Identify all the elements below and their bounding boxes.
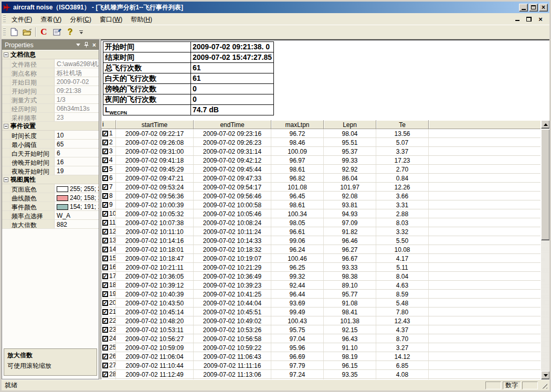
row-checkbox[interactable]: ✓ <box>102 202 108 208</box>
row-checkbox[interactable]: ✓ <box>102 300 108 306</box>
property-group-header[interactable]: 视图属性 <box>2 175 99 184</box>
row-checkbox[interactable]: ✓ <box>102 229 108 235</box>
property-value[interactable]: 10 <box>55 131 99 139</box>
mdi-restore-button[interactable] <box>525 16 533 23</box>
row-checkbox[interactable]: ✓ <box>102 256 108 261</box>
row-checkbox[interactable]: ✓ <box>102 211 108 217</box>
event-row[interactable]: ✓172009-07-02 10:36:052009-07-02 10:36:4… <box>101 272 541 281</box>
resize-grip-icon[interactable] <box>541 382 547 389</box>
row-checkbox[interactable]: ✓ <box>102 140 108 145</box>
event-row[interactable]: ✓142009-07-02 10:18:012009-07-02 10:18:3… <box>101 245 541 254</box>
property-value[interactable]: 19 <box>55 166 99 175</box>
row-checkbox[interactable]: ✓ <box>102 157 108 163</box>
property-group-header[interactable]: 事件设置 <box>2 122 99 131</box>
property-value[interactable]: 255; 255; 25 <box>55 184 99 193</box>
property-value[interactable]: 09:21:38 <box>55 86 99 94</box>
column-header-endTime[interactable]: endTime <box>194 120 271 129</box>
event-row[interactable]: ✓282009-07-02 11:12:492009-07-02 11:13:0… <box>101 370 541 379</box>
property-value[interactable]: 2009-07-02 <box>55 77 99 86</box>
new-document-button[interactable] <box>8 26 20 38</box>
row-checkbox[interactable]: ✓ <box>102 372 108 377</box>
help-button[interactable]: ? <box>64 26 76 38</box>
event-row[interactable]: ✓202009-07-02 10:43:502009-07-02 10:44:0… <box>101 299 541 308</box>
column-header-maxLtpn[interactable]: maxLtpn <box>271 120 324 129</box>
event-row[interactable]: ✓192009-07-02 10:40:392009-07-02 10:41:2… <box>101 290 541 299</box>
row-checkbox[interactable]: ✓ <box>102 327 108 333</box>
event-row[interactable]: ✓122009-07-02 10:11:102009-07-02 10:11:2… <box>101 227 541 236</box>
property-value[interactable]: 882 <box>55 220 99 228</box>
panel-menu-icon[interactable] <box>76 44 80 46</box>
event-row[interactable]: ✓22009-07-02 09:26:082009-07-02 09:26:23… <box>101 138 541 147</box>
event-row[interactable]: ✓42009-07-02 09:41:182009-07-02 09:42:12… <box>101 156 541 165</box>
c-weighting-button[interactable]: C <box>38 26 50 38</box>
event-row[interactable]: ✓212009-07-02 10:45:142009-07-02 10:45:5… <box>101 308 541 316</box>
event-row[interactable]: ✓92009-07-02 10:00:392009-07-02 10:00:58… <box>101 200 541 209</box>
row-checkbox[interactable]: ✓ <box>102 264 108 270</box>
mdi-minimize-button[interactable] <box>514 16 521 23</box>
row-checkbox[interactable]: ✓ <box>102 336 108 342</box>
scrollbar-track[interactable] <box>541 129 549 371</box>
property-group-header[interactable]: 文档信息 <box>2 50 99 59</box>
mdi-close-button[interactable]: × <box>537 16 544 23</box>
row-checkbox[interactable]: ✓ <box>102 354 108 359</box>
menu-item-f[interactable]: 文件(F) <box>7 14 36 25</box>
event-row[interactable]: ✓242009-07-02 10:56:272009-07-02 10:56:5… <box>101 334 541 343</box>
row-checkbox[interactable]: ✓ <box>102 149 108 154</box>
row-checkbox[interactable]: ✓ <box>102 247 108 252</box>
row-checkbox[interactable]: ✓ <box>102 282 108 288</box>
event-row[interactable]: ✓112009-07-02 10:07:382009-07-02 10:08:2… <box>101 218 541 227</box>
toolbar-options-button[interactable] <box>78 27 84 37</box>
property-value[interactable]: 6 <box>55 149 99 157</box>
menu-item-c[interactable]: 分析(C) <box>66 14 96 25</box>
collapse-icon[interactable] <box>4 52 8 57</box>
event-row[interactable]: ✓262009-07-02 11:06:042009-07-02 11:06:4… <box>101 352 541 361</box>
row-checkbox[interactable]: ✓ <box>102 166 108 172</box>
open-file-button[interactable] <box>21 26 33 38</box>
scroll-up-button[interactable] <box>541 120 549 129</box>
property-value[interactable]: 154; 191; 18 <box>55 202 99 210</box>
row-checkbox[interactable]: ✓ <box>102 220 108 226</box>
property-value[interactable]: W_A <box>55 211 99 219</box>
collapse-icon[interactable] <box>4 124 8 129</box>
property-value[interactable]: 16 <box>55 157 99 166</box>
row-checkbox[interactable]: ✓ <box>102 175 108 181</box>
property-value[interactable]: 栎社机场 <box>55 68 99 77</box>
column-header-i[interactable]: i <box>101 120 116 129</box>
row-checkbox[interactable]: ✓ <box>102 345 108 351</box>
menubar-grip[interactable] <box>3 15 6 23</box>
scroll-down-button[interactable] <box>541 371 549 379</box>
menu-item-v[interactable]: 查看(V) <box>36 14 66 25</box>
property-value[interactable]: 1/3 <box>55 95 99 103</box>
property-value[interactable]: 240; 158; 15 <box>55 193 99 202</box>
row-checkbox[interactable]: ✓ <box>102 291 108 297</box>
vertical-scrollbar[interactable] <box>541 120 549 379</box>
column-header-startTime[interactable]: startTime <box>116 120 194 129</box>
event-row[interactable]: ✓52009-07-02 09:45:292009-07-02 09:45:44… <box>101 165 541 174</box>
event-row[interactable]: ✓12009-07-02 09:22:172009-07-02 09:23:16… <box>101 129 541 138</box>
property-value[interactable]: 23 <box>55 113 99 121</box>
row-checkbox[interactable]: ✓ <box>102 273 108 279</box>
event-row[interactable]: ✓82009-07-02 09:56:362009-07-02 09:56:46… <box>101 192 541 200</box>
property-value[interactable]: 06h34m13s <box>55 104 99 112</box>
row-checkbox[interactable]: ✓ <box>102 131 108 136</box>
event-row[interactable]: ✓32009-07-02 09:31:002009-07-02 09:31:14… <box>101 147 541 156</box>
property-value[interactable]: 65 <box>55 140 99 148</box>
property-value[interactable]: C:\awa6298\机场 <box>55 59 99 68</box>
row-checkbox[interactable]: ✓ <box>102 318 108 324</box>
maximize-button[interactable] <box>529 4 538 12</box>
event-row[interactable]: ✓102009-07-02 10:05:322009-07-02 10:05:4… <box>101 209 541 218</box>
menu-item-h[interactable]: 帮助(H) <box>126 14 156 25</box>
event-row[interactable]: ✓182009-07-02 10:39:122009-07-02 10:39:2… <box>101 281 541 290</box>
menu-item-w[interactable]: 窗口(W) <box>96 14 126 25</box>
event-row[interactable]: ✓62009-07-02 09:47:212009-07-02 09:47:33… <box>101 174 541 183</box>
row-checkbox[interactable]: ✓ <box>102 184 108 190</box>
event-row[interactable]: ✓162009-07-02 10:21:112009-07-02 10:21:2… <box>101 263 541 272</box>
event-row[interactable]: ✓232009-07-02 10:53:112009-07-02 10:53:2… <box>101 325 541 334</box>
panel-close-icon[interactable]: × <box>92 43 96 48</box>
collapse-icon[interactable] <box>4 177 8 182</box>
event-row[interactable]: ✓132009-07-02 10:14:162009-07-02 10:14:3… <box>101 236 541 245</box>
event-row[interactable]: ✓272009-07-02 11:10:442009-07-02 11:11:1… <box>101 361 541 370</box>
event-row[interactable]: ✓252009-07-02 10:59:092009-07-02 10:59:2… <box>101 343 541 352</box>
row-checkbox[interactable]: ✓ <box>102 309 108 315</box>
row-checkbox[interactable]: ✓ <box>102 363 108 368</box>
